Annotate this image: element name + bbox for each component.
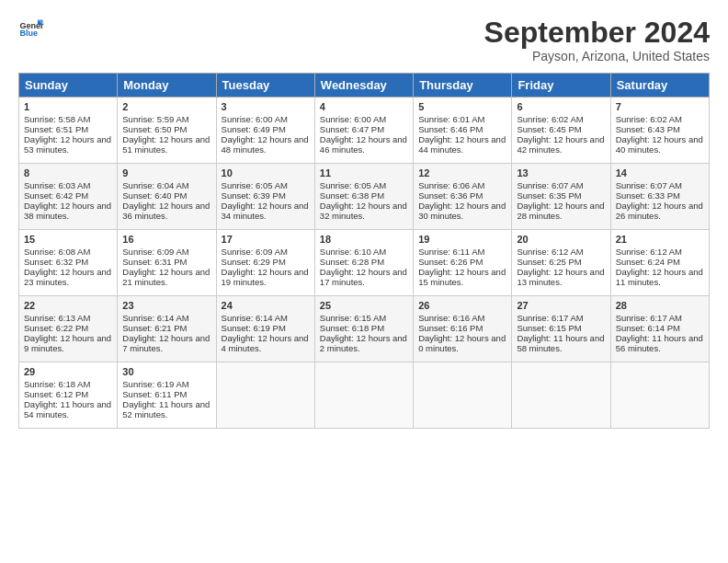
day-number: 8 [24,167,112,178]
subtitle: Payson, Arizona, United States [484,49,710,63]
col-saturday: Saturday [610,74,709,98]
calendar-cell: 4Sunrise: 6:00 AMSunset: 6:47 PMDaylight… [314,98,413,164]
daylight-label: Daylight: 11 hours and 58 minutes. [517,333,604,353]
day-number: 14 [616,167,704,178]
calendar-cell: 19Sunrise: 6:11 AMSunset: 6:26 PMDayligh… [414,230,512,296]
sunset-label: Sunset: 6:19 PM [222,323,286,333]
calendar-cell [216,362,314,429]
calendar-cell: 1Sunrise: 5:58 AMSunset: 6:51 PMDaylight… [19,98,118,164]
calendar-cell: 29Sunrise: 6:18 AMSunset: 6:12 PMDayligh… [19,362,118,429]
sunset-label: Sunset: 6:38 PM [320,190,384,201]
calendar-cell: 13Sunrise: 6:07 AMSunset: 6:35 PMDayligh… [512,164,610,230]
calendar-cell: 10Sunrise: 6:05 AMSunset: 6:39 PMDayligh… [216,164,314,230]
daylight-label: Daylight: 11 hours and 54 minutes. [24,399,111,419]
daylight-label: Daylight: 12 hours and 17 minutes. [320,267,407,287]
day-number: 10 [222,167,310,178]
day-number: 15 [24,234,112,245]
sunset-label: Sunset: 6:39 PM [222,190,286,201]
sunrise-label: Sunrise: 6:12 AM [616,247,682,257]
sunset-label: Sunset: 6:11 PM [122,389,187,399]
col-sunday: Sunday [19,74,118,98]
sunset-label: Sunset: 6:47 PM [320,124,384,134]
table-row: 15Sunrise: 6:08 AMSunset: 6:32 PMDayligh… [19,230,710,296]
sunset-label: Sunset: 6:14 PM [616,323,680,333]
sunset-label: Sunset: 6:36 PM [418,190,483,201]
sunrise-label: Sunrise: 6:09 AM [122,247,188,257]
sunrise-label: Sunrise: 6:02 AM [616,114,682,124]
daylight-label: Daylight: 12 hours and 46 minutes. [320,134,407,155]
daylight-label: Daylight: 12 hours and 9 minutes. [24,333,111,353]
daylight-label: Daylight: 12 hours and 4 minutes. [222,333,309,353]
calendar-table: Sunday Monday Tuesday Wednesday Thursday… [18,73,710,429]
day-number: 18 [320,234,408,245]
daylight-label: Daylight: 12 hours and 0 minutes. [418,333,506,353]
daylight-label: Daylight: 12 hours and 36 minutes. [122,201,210,221]
sunset-label: Sunset: 6:51 PM [24,124,88,134]
sunset-label: Sunset: 6:46 PM [418,124,483,134]
table-row: 1Sunrise: 5:58 AMSunset: 6:51 PMDaylight… [19,98,710,164]
sunrise-label: Sunrise: 5:58 AM [24,114,90,124]
calendar-cell: 7Sunrise: 6:02 AMSunset: 6:43 PMDaylight… [610,98,709,164]
sunrise-label: Sunrise: 6:01 AM [418,114,484,124]
daylight-label: Daylight: 12 hours and 30 minutes. [418,201,506,221]
sunrise-label: Sunrise: 6:07 AM [517,180,583,190]
sunset-label: Sunset: 6:42 PM [24,190,88,201]
calendar-cell [414,362,512,429]
calendar-cell: 8Sunrise: 6:03 AMSunset: 6:42 PMDaylight… [19,164,118,230]
sunrise-label: Sunrise: 5:59 AM [122,114,188,124]
sunset-label: Sunset: 6:49 PM [222,124,286,134]
calendar-cell: 16Sunrise: 6:09 AMSunset: 6:31 PMDayligh… [118,230,216,296]
sunrise-label: Sunrise: 6:03 AM [24,180,90,190]
calendar-cell: 14Sunrise: 6:07 AMSunset: 6:33 PMDayligh… [610,164,709,230]
sunrise-label: Sunrise: 6:14 AM [222,313,288,323]
sunset-label: Sunset: 6:29 PM [222,257,286,267]
sunrise-label: Sunrise: 6:17 AM [616,313,682,323]
calendar-cell: 5Sunrise: 6:01 AMSunset: 6:46 PMDaylight… [414,98,512,164]
day-number: 23 [122,300,210,311]
sunset-label: Sunset: 6:26 PM [418,257,483,267]
sunrise-label: Sunrise: 6:12 AM [517,247,583,257]
daylight-label: Daylight: 12 hours and 15 minutes. [418,267,506,287]
day-number: 7 [616,101,704,112]
logo-icon: General Blue [18,17,44,42]
page: General Blue September 2024 Payson, Ariz… [0,0,728,563]
daylight-label: Daylight: 12 hours and 11 minutes. [616,267,703,287]
col-friday: Friday [512,74,610,98]
day-number: 13 [517,167,605,178]
sunrise-label: Sunrise: 6:14 AM [122,313,188,323]
daylight-label: Daylight: 12 hours and 7 minutes. [122,333,210,353]
sunrise-label: Sunrise: 6:10 AM [320,247,386,257]
calendar-cell: 2Sunrise: 5:59 AMSunset: 6:50 PMDaylight… [118,98,216,164]
daylight-label: Daylight: 12 hours and 26 minutes. [616,201,703,221]
calendar-cell: 12Sunrise: 6:06 AMSunset: 6:36 PMDayligh… [414,164,512,230]
calendar-cell [314,362,413,429]
daylight-label: Daylight: 12 hours and 34 minutes. [222,201,309,221]
sunrise-label: Sunrise: 6:04 AM [122,180,188,190]
calendar-cell [512,362,610,429]
day-number: 6 [517,101,605,112]
sunrise-label: Sunrise: 6:08 AM [24,247,90,257]
sunrise-label: Sunrise: 6:18 AM [24,379,90,389]
day-number: 11 [320,167,408,178]
main-title: September 2024 [484,17,710,49]
sunset-label: Sunset: 6:32 PM [24,257,88,267]
calendar-cell: 28Sunrise: 6:17 AMSunset: 6:14 PMDayligh… [610,296,709,362]
col-tuesday: Tuesday [216,74,314,98]
daylight-label: Daylight: 12 hours and 42 minutes. [517,134,604,155]
day-number: 30 [122,366,210,377]
calendar-cell: 23Sunrise: 6:14 AMSunset: 6:21 PMDayligh… [118,296,216,362]
daylight-label: Daylight: 12 hours and 48 minutes. [222,134,309,155]
day-number: 19 [418,234,506,245]
daylight-label: Daylight: 12 hours and 53 minutes. [24,134,111,155]
sunrise-label: Sunrise: 6:15 AM [320,313,386,323]
title-block: September 2024 Payson, Arizona, United S… [484,17,710,63]
sunrise-label: Sunrise: 6:19 AM [122,379,188,389]
sunset-label: Sunset: 6:35 PM [517,190,581,201]
sunset-label: Sunset: 6:12 PM [24,389,88,399]
calendar-cell: 15Sunrise: 6:08 AMSunset: 6:32 PMDayligh… [19,230,118,296]
calendar-cell: 24Sunrise: 6:14 AMSunset: 6:19 PMDayligh… [216,296,314,362]
calendar-cell: 18Sunrise: 6:10 AMSunset: 6:28 PMDayligh… [314,230,413,296]
sunset-label: Sunset: 6:25 PM [517,257,581,267]
sunrise-label: Sunrise: 6:02 AM [517,114,583,124]
svg-text:Blue: Blue [19,29,38,38]
